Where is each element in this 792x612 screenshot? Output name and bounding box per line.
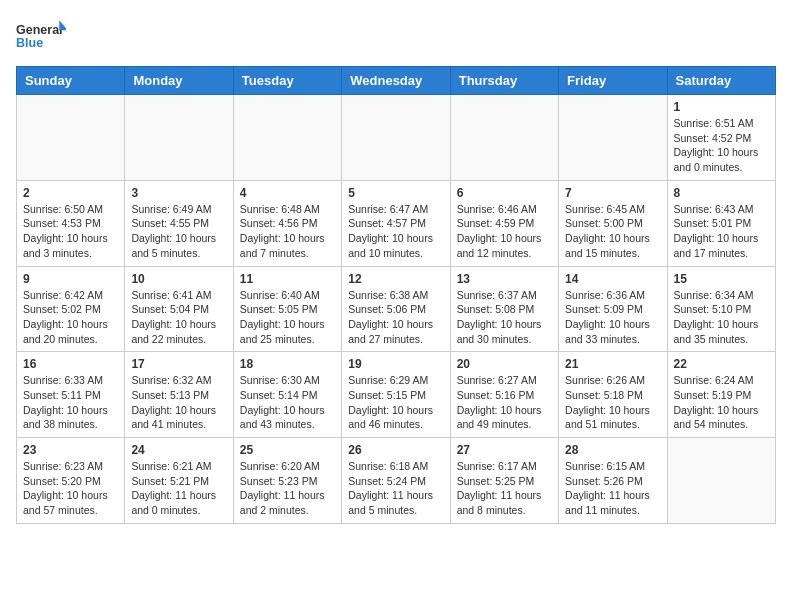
day-cell-17: 17Sunrise: 6:32 AM Sunset: 5:13 PM Dayli… (125, 352, 233, 438)
week-row-2: 2Sunrise: 6:50 AM Sunset: 4:53 PM Daylig… (17, 180, 776, 266)
day-number: 7 (565, 186, 660, 200)
week-row-4: 16Sunrise: 6:33 AM Sunset: 5:11 PM Dayli… (17, 352, 776, 438)
day-info: Sunrise: 6:47 AM Sunset: 4:57 PM Dayligh… (348, 202, 443, 261)
day-info: Sunrise: 6:40 AM Sunset: 5:05 PM Dayligh… (240, 288, 335, 347)
day-cell-13: 13Sunrise: 6:37 AM Sunset: 5:08 PM Dayli… (450, 266, 558, 352)
day-cell-empty (17, 95, 125, 181)
day-number: 19 (348, 357, 443, 371)
day-number: 13 (457, 272, 552, 286)
day-number: 2 (23, 186, 118, 200)
day-cell-20: 20Sunrise: 6:27 AM Sunset: 5:16 PM Dayli… (450, 352, 558, 438)
day-info: Sunrise: 6:42 AM Sunset: 5:02 PM Dayligh… (23, 288, 118, 347)
day-cell-empty (342, 95, 450, 181)
day-cell-19: 19Sunrise: 6:29 AM Sunset: 5:15 PM Dayli… (342, 352, 450, 438)
day-cell-empty (559, 95, 667, 181)
day-number: 12 (348, 272, 443, 286)
day-number: 26 (348, 443, 443, 457)
svg-marker-2 (59, 20, 66, 30)
weekday-header-saturday: Saturday (667, 67, 775, 95)
logo-svg: General Blue (16, 16, 66, 56)
day-cell-22: 22Sunrise: 6:24 AM Sunset: 5:19 PM Dayli… (667, 352, 775, 438)
day-cell-empty (233, 95, 341, 181)
logo: General Blue (16, 16, 66, 56)
day-info: Sunrise: 6:18 AM Sunset: 5:24 PM Dayligh… (348, 459, 443, 518)
day-number: 16 (23, 357, 118, 371)
day-cell-15: 15Sunrise: 6:34 AM Sunset: 5:10 PM Dayli… (667, 266, 775, 352)
day-info: Sunrise: 6:43 AM Sunset: 5:01 PM Dayligh… (674, 202, 769, 261)
day-cell-9: 9Sunrise: 6:42 AM Sunset: 5:02 PM Daylig… (17, 266, 125, 352)
day-number: 6 (457, 186, 552, 200)
weekday-header-thursday: Thursday (450, 67, 558, 95)
day-info: Sunrise: 6:46 AM Sunset: 4:59 PM Dayligh… (457, 202, 552, 261)
day-info: Sunrise: 6:51 AM Sunset: 4:52 PM Dayligh… (674, 116, 769, 175)
day-cell-empty (125, 95, 233, 181)
day-number: 27 (457, 443, 552, 457)
svg-text:General: General (16, 23, 63, 37)
day-info: Sunrise: 6:48 AM Sunset: 4:56 PM Dayligh… (240, 202, 335, 261)
day-cell-11: 11Sunrise: 6:40 AM Sunset: 5:05 PM Dayli… (233, 266, 341, 352)
day-info: Sunrise: 6:37 AM Sunset: 5:08 PM Dayligh… (457, 288, 552, 347)
day-info: Sunrise: 6:24 AM Sunset: 5:19 PM Dayligh… (674, 373, 769, 432)
day-info: Sunrise: 6:45 AM Sunset: 5:00 PM Dayligh… (565, 202, 660, 261)
day-cell-empty (667, 438, 775, 524)
svg-text:Blue: Blue (16, 36, 43, 50)
weekday-header-wednesday: Wednesday (342, 67, 450, 95)
day-cell-18: 18Sunrise: 6:30 AM Sunset: 5:14 PM Dayli… (233, 352, 341, 438)
day-cell-26: 26Sunrise: 6:18 AM Sunset: 5:24 PM Dayli… (342, 438, 450, 524)
day-info: Sunrise: 6:33 AM Sunset: 5:11 PM Dayligh… (23, 373, 118, 432)
week-row-1: 1Sunrise: 6:51 AM Sunset: 4:52 PM Daylig… (17, 95, 776, 181)
day-cell-25: 25Sunrise: 6:20 AM Sunset: 5:23 PM Dayli… (233, 438, 341, 524)
day-number: 17 (131, 357, 226, 371)
day-number: 18 (240, 357, 335, 371)
weekday-header-monday: Monday (125, 67, 233, 95)
day-info: Sunrise: 6:36 AM Sunset: 5:09 PM Dayligh… (565, 288, 660, 347)
week-row-5: 23Sunrise: 6:23 AM Sunset: 5:20 PM Dayli… (17, 438, 776, 524)
day-cell-6: 6Sunrise: 6:46 AM Sunset: 4:59 PM Daylig… (450, 180, 558, 266)
day-cell-7: 7Sunrise: 6:45 AM Sunset: 5:00 PM Daylig… (559, 180, 667, 266)
day-info: Sunrise: 6:15 AM Sunset: 5:26 PM Dayligh… (565, 459, 660, 518)
day-number: 9 (23, 272, 118, 286)
day-info: Sunrise: 6:20 AM Sunset: 5:23 PM Dayligh… (240, 459, 335, 518)
header: General Blue (16, 16, 776, 56)
day-cell-1: 1Sunrise: 6:51 AM Sunset: 4:52 PM Daylig… (667, 95, 775, 181)
day-cell-28: 28Sunrise: 6:15 AM Sunset: 5:26 PM Dayli… (559, 438, 667, 524)
day-info: Sunrise: 6:23 AM Sunset: 5:20 PM Dayligh… (23, 459, 118, 518)
day-info: Sunrise: 6:50 AM Sunset: 4:53 PM Dayligh… (23, 202, 118, 261)
day-info: Sunrise: 6:21 AM Sunset: 5:21 PM Dayligh… (131, 459, 226, 518)
day-cell-27: 27Sunrise: 6:17 AM Sunset: 5:25 PM Dayli… (450, 438, 558, 524)
weekday-header-sunday: Sunday (17, 67, 125, 95)
day-number: 25 (240, 443, 335, 457)
day-info: Sunrise: 6:17 AM Sunset: 5:25 PM Dayligh… (457, 459, 552, 518)
day-number: 24 (131, 443, 226, 457)
day-number: 8 (674, 186, 769, 200)
day-cell-empty (450, 95, 558, 181)
day-info: Sunrise: 6:34 AM Sunset: 5:10 PM Dayligh… (674, 288, 769, 347)
day-info: Sunrise: 6:38 AM Sunset: 5:06 PM Dayligh… (348, 288, 443, 347)
day-number: 3 (131, 186, 226, 200)
day-cell-8: 8Sunrise: 6:43 AM Sunset: 5:01 PM Daylig… (667, 180, 775, 266)
day-info: Sunrise: 6:49 AM Sunset: 4:55 PM Dayligh… (131, 202, 226, 261)
day-number: 14 (565, 272, 660, 286)
day-number: 10 (131, 272, 226, 286)
day-number: 23 (23, 443, 118, 457)
day-cell-2: 2Sunrise: 6:50 AM Sunset: 4:53 PM Daylig… (17, 180, 125, 266)
weekday-header-friday: Friday (559, 67, 667, 95)
day-info: Sunrise: 6:41 AM Sunset: 5:04 PM Dayligh… (131, 288, 226, 347)
day-cell-16: 16Sunrise: 6:33 AM Sunset: 5:11 PM Dayli… (17, 352, 125, 438)
day-number: 22 (674, 357, 769, 371)
day-cell-23: 23Sunrise: 6:23 AM Sunset: 5:20 PM Dayli… (17, 438, 125, 524)
day-info: Sunrise: 6:30 AM Sunset: 5:14 PM Dayligh… (240, 373, 335, 432)
day-cell-12: 12Sunrise: 6:38 AM Sunset: 5:06 PM Dayli… (342, 266, 450, 352)
day-cell-3: 3Sunrise: 6:49 AM Sunset: 4:55 PM Daylig… (125, 180, 233, 266)
day-number: 20 (457, 357, 552, 371)
day-number: 4 (240, 186, 335, 200)
week-row-3: 9Sunrise: 6:42 AM Sunset: 5:02 PM Daylig… (17, 266, 776, 352)
day-info: Sunrise: 6:26 AM Sunset: 5:18 PM Dayligh… (565, 373, 660, 432)
day-cell-21: 21Sunrise: 6:26 AM Sunset: 5:18 PM Dayli… (559, 352, 667, 438)
day-number: 28 (565, 443, 660, 457)
day-cell-24: 24Sunrise: 6:21 AM Sunset: 5:21 PM Dayli… (125, 438, 233, 524)
day-number: 1 (674, 100, 769, 114)
day-number: 5 (348, 186, 443, 200)
weekday-header-tuesday: Tuesday (233, 67, 341, 95)
day-number: 11 (240, 272, 335, 286)
